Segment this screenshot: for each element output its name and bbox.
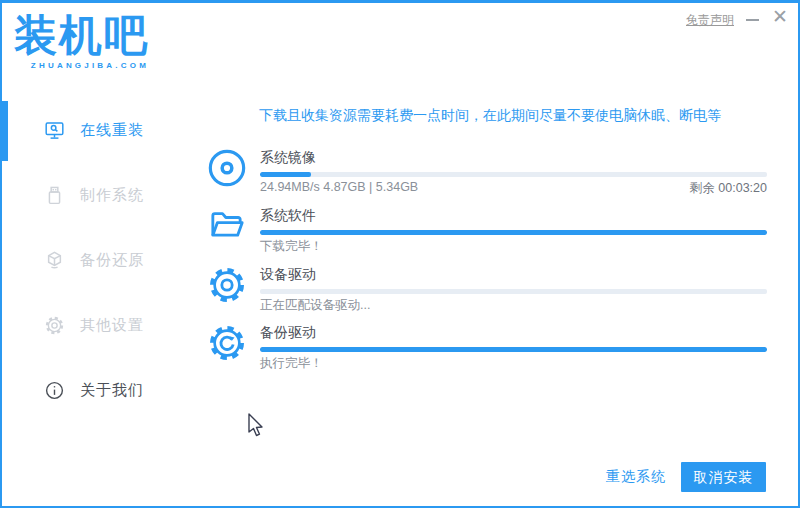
- disclaimer-link[interactable]: 免责声明: [686, 12, 734, 29]
- backup-box-icon: [44, 250, 65, 271]
- task-status: 正在匹配设备驱动...: [260, 297, 370, 314]
- gear-icon: [207, 265, 247, 305]
- task-name: 系统镜像: [260, 149, 316, 167]
- progress-bar: [260, 347, 767, 352]
- usb-drive-icon: [44, 185, 65, 206]
- minimize-icon[interactable]: [744, 9, 762, 27]
- sidebar-item-make-system[interactable]: 制作系统: [2, 181, 187, 211]
- close-icon[interactable]: ✕: [770, 7, 790, 27]
- info-icon: [44, 380, 65, 401]
- disc-icon: [207, 148, 247, 188]
- cancel-install-button[interactable]: 取消安装: [681, 462, 766, 492]
- progress-bar: [260, 289, 767, 294]
- progress-fill: [260, 172, 311, 177]
- app-window: 装机吧 ZHUANGJIBA.COM 免责声明 ✕ 在线重装 制作系统: [0, 0, 800, 508]
- sidebar-item-label: 关于我们: [80, 381, 144, 400]
- task-name: 设备驱动: [260, 266, 316, 284]
- open-folder-icon: [207, 206, 247, 246]
- sidebar-item-label: 在线重装: [80, 121, 144, 140]
- sidebar-item-online-reinstall[interactable]: 在线重装: [2, 116, 187, 146]
- progress-fill: [260, 230, 767, 235]
- progress-bar: [260, 230, 767, 235]
- app-logo: 装机吧 ZHUANGJIBA.COM: [14, 7, 149, 70]
- task-row-device-driver: 设备驱动 正在匹配设备驱动...: [207, 265, 767, 317]
- reselect-system-button[interactable]: 重选系统: [606, 468, 666, 486]
- task-name: 备份驱动: [260, 324, 316, 342]
- progress-bar: [260, 172, 767, 177]
- task-status: 执行完毕！: [260, 355, 323, 372]
- download-notice-text: 下载且收集资源需要耗费一点时间，在此期间尽量不要使电脑休眠、断电等: [192, 107, 788, 125]
- mouse-cursor: [247, 413, 265, 439]
- sidebar-item-other-settings[interactable]: 其他设置: [2, 311, 187, 341]
- task-row-system-software: 系统软件 下载完毕！: [207, 206, 767, 258]
- logo-title: 装机吧: [14, 7, 149, 63]
- sidebar-item-about-us[interactable]: 关于我们: [2, 376, 187, 406]
- logo-subtitle: ZHUANGJIBA.COM: [14, 61, 149, 70]
- progress-fill: [260, 347, 767, 352]
- task-status: 下载完毕！: [260, 238, 323, 255]
- sidebar-item-label: 备份还原: [80, 251, 144, 270]
- time-remaining: 剩余 00:03:20: [690, 180, 767, 197]
- sidebar-item-backup-restore[interactable]: 备份还原: [2, 246, 187, 276]
- task-status: 24.94MB/s 4.87GB | 5.34GB: [260, 180, 418, 194]
- sidebar-item-label: 其他设置: [80, 316, 144, 335]
- task-name: 系统软件: [260, 207, 316, 225]
- task-row-system-image: 系统镜像 24.94MB/s 4.87GB | 5.34GB 剩余 00:03:…: [207, 148, 767, 200]
- gear-icon: [44, 315, 65, 336]
- sidebar-item-label: 制作系统: [80, 186, 144, 205]
- monitor-search-icon: [44, 120, 65, 141]
- task-row-backup-driver: 备份驱动 执行完毕！: [207, 323, 767, 375]
- sync-gear-icon: [207, 323, 247, 363]
